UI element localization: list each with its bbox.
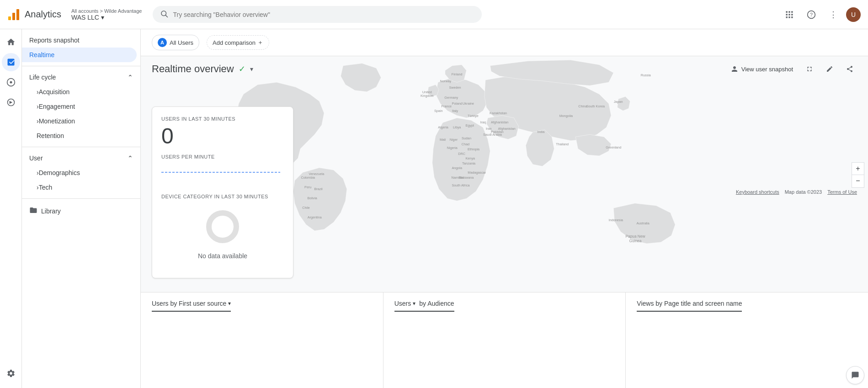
icon-sidebar [0,29,22,388]
realtime-dropdown-button[interactable]: ▾ [250,65,253,73]
svg-text:Nigeria: Nigeria [447,146,458,150]
library-label: Library [41,207,61,215]
chat-button[interactable] [846,366,864,384]
app-header: Analytics All accounts > Wilde Advantage… [0,0,868,29]
breadcrumb: All accounts > Wilde Advantage [71,8,142,14]
svg-text:France: France [442,104,452,108]
keyboard-shortcuts-link[interactable]: Keyboard shortcuts [736,189,779,195]
all-users-label: All Users [170,39,193,46]
device-category-label: DEVICE CATEGORY IN LAST 30 MINUTES [161,194,284,199]
sidebar-explore-button[interactable] [2,73,20,91]
more-options-icon-button[interactable]: ⋮ [824,5,842,24]
search-input[interactable] [173,11,474,18]
add-comparison-button[interactable]: Add comparison ＋ [207,35,269,50]
nav-monetization[interactable]: › Monetization [22,114,137,128]
svg-rect-1 [12,13,15,20]
share-icon-button[interactable] [842,62,857,76]
page-title-title[interactable]: Views by Page title and screen name [637,300,742,312]
terms-of-use-link[interactable]: Terms of Use [827,189,857,195]
retention-label: Retention [37,132,64,139]
user-avatar[interactable]: U [846,7,861,22]
view-snapshot-button[interactable]: View user snapshot [727,62,797,76]
svg-text:Brazil: Brazil [314,187,323,191]
zoom-in-button[interactable]: + [852,162,864,175]
svg-text:Poland: Poland [452,101,462,106]
zoom-out-button[interactable]: − [852,175,864,188]
nav-retention[interactable]: Retention [22,128,137,143]
search-bar[interactable] [153,6,482,23]
first-user-source-title[interactable]: Users by First user source ▾ [152,300,231,312]
svg-text:Spain: Spain [434,109,443,113]
svg-text:Botswana: Botswana [459,175,474,180]
nav-divider-2 [22,147,140,147]
bottom-card-first-user-source: Users by First user source ▾ [141,292,383,388]
svg-text:Papua New: Papua New [626,234,646,239]
sparkline-chart [161,163,280,181]
svg-rect-10 [791,14,793,15]
nav-tech[interactable]: › Tech [22,180,137,195]
no-data-text: No data available [198,252,247,260]
donut-chart-area: No data available [161,199,284,269]
library-folder-icon [29,206,37,216]
all-users-pill[interactable]: A All Users [152,35,199,50]
svg-text:Libya: Libya [453,125,461,129]
nav-user-group: User ⌃ › Demographics › Tech [22,151,140,195]
svg-text:Ethiopia: Ethiopia [468,147,480,151]
svg-point-74 [209,213,236,240]
map-data-copyright: Map data ©2023 [785,189,822,195]
svg-text:Kazakhstan: Kazakhstan [490,111,507,115]
page-title-label: Views by Page title and screen name [637,300,742,307]
user-chevron-up-icon: ⌃ [128,154,133,162]
apps-icon-button[interactable] [780,5,799,24]
map-container: Realtime overview ✓ ▾ View user snapshot [141,56,868,293]
audience-title[interactable]: Users ▾ by Audience [394,300,454,312]
svg-text:South Africa: South Africa [452,183,470,187]
sidebar-home-button[interactable] [2,33,20,51]
svg-line-4 [166,15,168,17]
svg-text:India: India [538,130,545,134]
svg-text:Guinea: Guinea [629,239,642,243]
search-icon [160,10,168,19]
header-actions: ? ⋮ U [780,5,861,24]
nav-divider-3 [22,198,140,199]
app-body: Reports snapshot Realtime Life cycle ⌃ ›… [0,29,868,388]
nav-library[interactable]: Library [22,202,140,219]
nav-acquisition[interactable]: › Acquisition [22,85,137,99]
svg-point-17 [10,81,12,84]
sidebar-settings-button[interactable] [2,364,20,383]
svg-text:UnitedKingdom: UnitedKingdom [421,90,434,98]
realtime-active-icon: ✓ [239,64,245,74]
svg-text:Chile: Chile [302,206,310,210]
nav-user-header[interactable]: User ⌃ [22,151,140,165]
svg-rect-11 [786,16,788,18]
bottom-card-page-title: Views by Page title and screen name [626,292,868,388]
realtime-title-group: Realtime overview ✓ ▾ [152,63,253,75]
logo-area: Analytics All accounts > Wilde Advantage… [7,8,142,21]
view-snapshot-label: View user snapshot [741,66,793,73]
svg-rect-8 [786,14,788,15]
nav-demographics[interactable]: › Demographics [22,165,137,180]
nav-lifecycle-group: Life cycle ⌃ › Acquisition › Engagement … [22,70,140,143]
realtime-title-actions: View user snapshot [727,62,857,76]
nav-lifecycle-header[interactable]: Life cycle ⌃ [22,70,140,85]
analytics-logo-icon [7,8,20,21]
edit-icon-button[interactable] [822,62,837,76]
nav-reports-snapshot[interactable]: Reports snapshot [22,33,140,48]
svg-text:Madagascar: Madagascar [468,170,486,175]
svg-text:Japan: Japan [614,100,623,104]
nav-realtime[interactable]: Realtime [22,48,137,62]
sidebar-reports-button[interactable] [2,53,20,71]
help-icon-button[interactable]: ? [802,5,820,24]
lifecycle-chevron-up-icon: ⌃ [128,74,133,81]
svg-text:Norway: Norway [440,79,451,83]
svg-text:Türkiye: Türkiye [468,114,479,118]
svg-text:Germany: Germany [444,96,458,100]
svg-text:Argentina: Argentina [308,215,322,219]
sidebar-advertising-button[interactable] [2,93,20,112]
map-footer: Keyboard shortcuts Map data ©2023 Terms … [736,189,857,195]
add-comparison-label: Add comparison [213,39,256,46]
nav-engagement[interactable]: › Engagement [22,99,137,114]
account-selector[interactable]: WAS LLC ▾ [71,14,142,21]
svg-text:Tanzania: Tanzania [462,161,476,165]
fullscreen-icon-button[interactable] [802,62,817,76]
